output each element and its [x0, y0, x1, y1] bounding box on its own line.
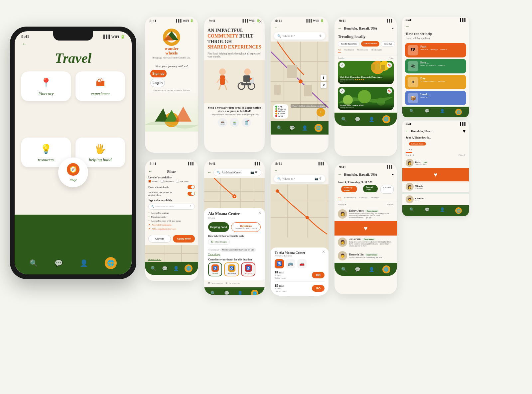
- ala-globe-nav[interactable]: 🌐: [251, 290, 258, 295]
- filter-search-nav[interactable]: 🔍: [151, 266, 156, 271]
- pathway-list-globe-nav[interactable]: 🌐: [455, 207, 462, 214]
- ww-login-button[interactable]: Log in: [150, 79, 165, 87]
- ala-back-button[interactable]: ←: [207, 170, 211, 175]
- pathway-assist-chip[interactable]: Pathway Assist: [341, 186, 357, 192]
- map2-back-button[interactable]: ←: [274, 168, 278, 173]
- ala-helping-hand-button[interactable]: Helping hand: [208, 222, 229, 232]
- map1-add-button[interactable]: +: [317, 108, 325, 117]
- route-close-button[interactable]: ✕: [322, 249, 325, 254]
- how-help-back[interactable]: ←: [406, 24, 410, 29]
- ala-vote-mostly[interactable]: ♿ Mostly: [208, 262, 222, 276]
- filter-toggle2[interactable]: [188, 192, 195, 196]
- island-tour-save-button[interactable]: 🔖: [387, 88, 392, 94]
- pathway-tab-favorites[interactable]: Favorites: [371, 196, 379, 200]
- globe-nav-icon[interactable]: 🌐: [105, 257, 117, 269]
- map1-chat-nav[interactable]: 💬: [289, 125, 295, 131]
- ala-chat-nav[interactable]: 💬: [224, 291, 229, 295]
- trending-profile-nav[interactable]: 👤: [369, 117, 374, 122]
- back-button[interactable]: ←: [21, 41, 132, 48]
- filter-apply-button[interactable]: Apply filter: [173, 235, 195, 243]
- filter-toggle1[interactable]: [188, 185, 195, 189]
- trending-back-button[interactable]: ←: [338, 26, 342, 31]
- ala-be-our-eyes-button[interactable]: 👁 Be our eyes: [225, 282, 240, 285]
- errand-card[interactable]: 🛍 Erra... Need go to the st... elato st.…: [405, 59, 466, 73]
- pathway-tab-experienced[interactable]: Experienced: [344, 196, 356, 200]
- profile-nav-icon[interactable]: 👤: [80, 259, 88, 267]
- trending-globe-nav[interactable]: 🌐: [382, 115, 390, 123]
- island-tour-expand-button[interactable]: ⤢: [339, 88, 345, 94]
- pathway-list-chat-nav[interactable]: 💬: [425, 207, 430, 214]
- pathway-creative-chip[interactable]: Creative +: [380, 185, 394, 194]
- trending-filter-label[interactable]: Filter: [389, 57, 394, 59]
- pathway-list-search-nav[interactable]: 🔍: [409, 207, 414, 214]
- mostly-checkbox-box[interactable]: ✓: [148, 180, 151, 183]
- filter-search-bar[interactable]: 🔍 Search for all filters 🎙: [148, 204, 195, 210]
- map1-profile-nav[interactable]: 👤: [302, 125, 308, 131]
- day-card[interactable]: ☀ Day 3+ hours You ca... pick up...: [405, 75, 466, 89]
- trending-tab-mostsaved[interactable]: Most Saved: [357, 49, 368, 53]
- map1-search-nav[interactable]: 🔍: [277, 125, 282, 131]
- pathway-list-tab-all[interactable]: All: [406, 148, 412, 153]
- path-card[interactable]: 🗺 Path Assist w... through... curbs b...: [405, 43, 466, 57]
- route-wheelchair-mode[interactable]: ♿: [275, 259, 284, 268]
- pathway-search-nav[interactable]: 🔍: [341, 267, 347, 272]
- search-nav-icon[interactable]: 🔍: [30, 259, 38, 267]
- pathway-profile-nav[interactable]: 👤: [369, 267, 374, 272]
- ala-vote-somewhat[interactable]: ♿ Somewhat: [224, 262, 239, 276]
- map1-search-bar[interactable]: 🔍 Where to? 🎙: [274, 32, 325, 40]
- trending-tab-toprated[interactable]: Top Rated: [344, 49, 354, 53]
- how-help-search-nav[interactable]: 🔍: [409, 109, 414, 115]
- how-help-globe-nav[interactable]: 🌐: [455, 109, 462, 115]
- plantation-save-button[interactable]: 🔖: [387, 62, 392, 68]
- ala-directions-button[interactable]: Directions 18 MINS BY FOOTPATH: [231, 222, 261, 232]
- map1-back-button[interactable]: ←: [274, 25, 278, 30]
- pathway-list-chip[interactable]: Pathway Assist: [409, 142, 426, 146]
- pathway-list-back[interactable]: ←: [406, 129, 410, 134]
- pathway-errand-chip[interactable]: Errand Runs: [363, 185, 378, 192]
- pathway-list-profile-nav[interactable]: 👤: [440, 207, 445, 214]
- trending-tab-bookmarks[interactable]: Bookmarks: [371, 49, 382, 53]
- filter-mostly-checkbox[interactable]: ✓ Mostly: [148, 180, 159, 183]
- route-go-button-1[interactable]: GO: [312, 285, 325, 292]
- trending-sort-label[interactable]: Sort by: [338, 57, 344, 59]
- ala-search-nav[interactable]: 🔍: [210, 291, 216, 295]
- ala-add-images-button[interactable]: 🖼 Add images: [208, 282, 223, 285]
- trending-chip-outdoors[interactable]: Out-of-doors: [361, 41, 379, 47]
- route-bus-mode[interactable]: 🚌: [286, 259, 295, 268]
- trending-chip-creative[interactable]: Creative: [381, 41, 395, 47]
- ala-close-button[interactable]: ✕: [258, 211, 261, 216]
- map1-share-button[interactable]: ↗: [321, 82, 327, 88]
- trending-chat-nav[interactable]: 💬: [355, 117, 360, 122]
- trending-chip-foodie[interactable]: Foodie favorites: [338, 41, 360, 47]
- map1-globe-nav[interactable]: 🌐: [315, 124, 323, 132]
- filter-profile-nav[interactable]: 👤: [173, 266, 179, 271]
- pathway-tab-certified[interactable]: Certified: [359, 196, 367, 200]
- pathway-tab-all[interactable]: All: [338, 196, 341, 200]
- filter-chat-nav[interactable]: 💬: [162, 266, 168, 271]
- ala-view-images-button[interactable]: 🖼 View images: [208, 239, 230, 245]
- ala-view-tags-button[interactable]: View all tags: [208, 253, 261, 255]
- filter-somewhat-checkbox[interactable]: Somewhat: [161, 180, 174, 183]
- filter-globe-nav[interactable]: 🌐: [185, 264, 193, 272]
- how-help-chat-nav[interactable]: 💬: [425, 109, 430, 115]
- ala-vote-notquite[interactable]: ♿ Not quite: [241, 262, 255, 276]
- filter-view-legend[interactable]: VIEW LEGEND: [148, 258, 161, 260]
- ala-profile-nav[interactable]: 👤: [237, 291, 243, 295]
- ala-search-bar[interactable]: 🔍 Ala Moana Center 📷 🎙: [213, 169, 261, 176]
- route-car-mode[interactable]: 🚗: [297, 259, 307, 268]
- pathway-back-button[interactable]: ←: [338, 172, 342, 177]
- notquite-checkbox-box[interactable]: [176, 180, 179, 183]
- map2-search-bar[interactable]: 🔍 Where to? 📷 🎙: [274, 175, 325, 182]
- trending-search-nav[interactable]: 🔍: [341, 117, 347, 122]
- plantation-expand-button[interactable]: ⤢: [339, 62, 345, 68]
- chat-nav-icon[interactable]: 💬: [55, 259, 63, 267]
- ww-signup-button[interactable]: Sign up: [150, 70, 167, 77]
- map-button[interactable]: 🧭 map: [58, 157, 88, 187]
- load-card[interactable]: 📦 Load... Need an...: [405, 91, 466, 105]
- filter-back-button[interactable]: ←: [148, 169, 152, 174]
- community-close-icon[interactable]: ✕: [259, 19, 262, 24]
- pathway-globe-nav[interactable]: 🌐: [382, 265, 390, 273]
- filter-cancel-button[interactable]: Cancel: [148, 235, 171, 243]
- trending-tab-all[interactable]: All: [338, 49, 341, 53]
- somewhat-checkbox-box[interactable]: [161, 180, 164, 183]
